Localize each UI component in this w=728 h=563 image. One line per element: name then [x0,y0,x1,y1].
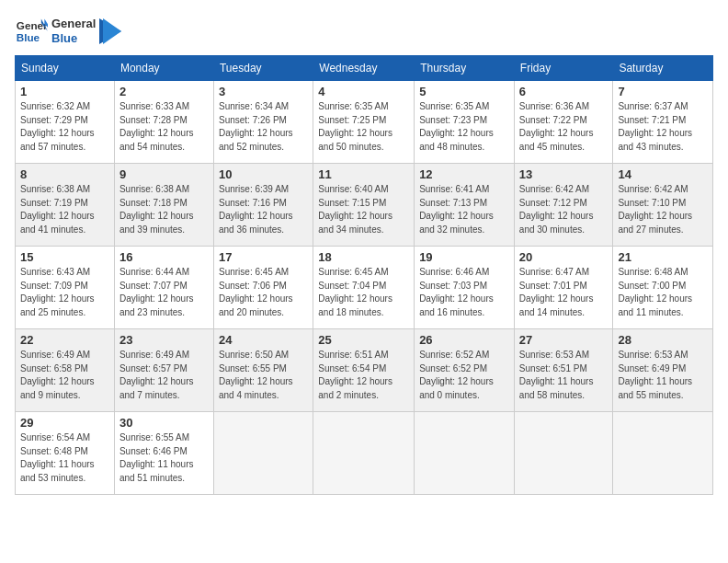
logo-blue: Blue [51,31,96,46]
day-info: Sunrise: 6:44 AMSunset: 7:07 PMDaylight:… [119,266,209,319]
day-number: 13 [519,167,609,181]
column-header-tuesday: Tuesday [213,56,313,81]
day-number: 8 [20,167,109,181]
day-number: 5 [419,85,509,98]
day-info: Sunrise: 6:33 AMSunset: 7:28 PMDaylight:… [119,100,209,154]
day-number: 18 [318,250,409,264]
calendar-cell: 24Sunrise: 6:50 AMSunset: 6:55 PMDayligh… [213,329,313,412]
svg-marker-5 [103,18,121,44]
calendar-cell: 26Sunrise: 6:52 AMSunset: 6:52 PMDayligh… [415,329,515,412]
day-number: 15 [20,250,109,264]
page-header: General Blue General Blue [15,15,713,48]
day-info: Sunrise: 6:40 AMSunset: 7:15 PMDaylight:… [318,183,409,236]
day-number: 29 [20,416,109,430]
day-info: Sunrise: 6:37 AMSunset: 7:21 PMDaylight:… [618,100,708,154]
day-number: 16 [119,250,209,264]
day-info: Sunrise: 6:38 AMSunset: 7:18 PMDaylight:… [119,183,209,236]
logo-arrow-icon [99,18,121,44]
calendar-cell [613,412,713,495]
calendar-cell: 21Sunrise: 6:48 AMSunset: 7:00 PMDayligh… [613,247,713,329]
day-number: 27 [519,333,609,347]
calendar-table: SundayMondayTuesdayWednesdayThursdayFrid… [15,55,713,495]
day-info: Sunrise: 6:38 AMSunset: 7:19 PMDaylight:… [20,183,109,236]
svg-text:Blue: Blue [17,31,40,43]
calendar-row: 22Sunrise: 6:49 AMSunset: 6:58 PMDayligh… [16,329,713,412]
calendar-cell: 18Sunrise: 6:45 AMSunset: 7:04 PMDayligh… [313,247,415,329]
calendar-cell: 4Sunrise: 6:35 AMSunset: 7:25 PMDaylight… [313,81,415,164]
logo: General Blue General Blue [15,15,121,48]
day-number: 3 [219,85,308,98]
calendar-row: 8Sunrise: 6:38 AMSunset: 7:19 PMDaylight… [16,164,713,247]
calendar-row: 29Sunrise: 6:54 AMSunset: 6:48 PMDayligh… [16,412,713,495]
day-info: Sunrise: 6:34 AMSunset: 7:26 PMDaylight:… [219,100,308,154]
day-info: Sunrise: 6:39 AMSunset: 7:16 PMDaylight:… [219,183,308,236]
calendar-cell: 12Sunrise: 6:41 AMSunset: 7:13 PMDayligh… [415,164,515,247]
column-header-saturday: Saturday [613,56,713,81]
calendar-cell: 9Sunrise: 6:38 AMSunset: 7:18 PMDaylight… [114,164,213,247]
day-info: Sunrise: 6:36 AMSunset: 7:22 PMDaylight:… [519,100,609,154]
calendar-cell: 22Sunrise: 6:49 AMSunset: 6:58 PMDayligh… [16,329,115,412]
column-header-wednesday: Wednesday [313,56,415,81]
day-number: 22 [20,333,109,347]
day-info: Sunrise: 6:49 AMSunset: 6:58 PMDaylight:… [20,349,109,402]
calendar-cell: 20Sunrise: 6:47 AMSunset: 7:01 PMDayligh… [514,247,613,329]
calendar-cell: 8Sunrise: 6:38 AMSunset: 7:19 PMDaylight… [16,164,115,247]
calendar-cell: 6Sunrise: 6:36 AMSunset: 7:22 PMDaylight… [514,81,613,164]
day-number: 17 [219,250,308,264]
svg-text:General: General [17,19,48,31]
calendar-cell [415,412,515,495]
day-number: 1 [20,85,109,98]
calendar-cell: 28Sunrise: 6:53 AMSunset: 6:49 PMDayligh… [613,329,713,412]
column-header-thursday: Thursday [415,56,515,81]
day-info: Sunrise: 6:35 AMSunset: 7:23 PMDaylight:… [419,100,509,154]
column-header-monday: Monday [114,56,213,81]
day-info: Sunrise: 6:42 AMSunset: 7:10 PMDaylight:… [618,183,708,236]
calendar-cell: 19Sunrise: 6:46 AMSunset: 7:03 PMDayligh… [415,247,515,329]
calendar-cell [213,412,313,495]
calendar-cell: 27Sunrise: 6:53 AMSunset: 6:51 PMDayligh… [514,329,613,412]
calendar-cell [313,412,415,495]
day-number: 7 [618,85,708,98]
calendar-cell: 23Sunrise: 6:49 AMSunset: 6:57 PMDayligh… [114,329,213,412]
day-info: Sunrise: 6:53 AMSunset: 6:51 PMDaylight:… [519,349,609,402]
day-number: 28 [618,333,708,347]
calendar-cell: 13Sunrise: 6:42 AMSunset: 7:12 PMDayligh… [514,164,613,247]
calendar-cell: 29Sunrise: 6:54 AMSunset: 6:48 PMDayligh… [16,412,115,495]
logo-general: General [51,17,96,31]
day-number: 25 [318,333,409,347]
calendar-cell: 16Sunrise: 6:44 AMSunset: 7:07 PMDayligh… [114,247,213,329]
day-info: Sunrise: 6:32 AMSunset: 7:29 PMDaylight:… [20,100,109,154]
day-number: 30 [119,416,209,430]
day-number: 24 [219,333,308,347]
logo-icon: General Blue [15,15,48,48]
calendar-cell: 7Sunrise: 6:37 AMSunset: 7:21 PMDaylight… [613,81,713,164]
calendar-cell [514,412,613,495]
day-number: 12 [419,167,509,181]
calendar-cell: 1Sunrise: 6:32 AMSunset: 7:29 PMDaylight… [16,81,115,164]
day-info: Sunrise: 6:49 AMSunset: 6:57 PMDaylight:… [119,349,209,402]
day-info: Sunrise: 6:45 AMSunset: 7:04 PMDaylight:… [318,266,409,319]
calendar-cell: 5Sunrise: 6:35 AMSunset: 7:23 PMDaylight… [415,81,515,164]
calendar-cell: 3Sunrise: 6:34 AMSunset: 7:26 PMDaylight… [213,81,313,164]
calendar-cell: 10Sunrise: 6:39 AMSunset: 7:16 PMDayligh… [213,164,313,247]
day-info: Sunrise: 6:48 AMSunset: 7:00 PMDaylight:… [618,266,708,319]
calendar-cell: 11Sunrise: 6:40 AMSunset: 7:15 PMDayligh… [313,164,415,247]
day-info: Sunrise: 6:35 AMSunset: 7:25 PMDaylight:… [318,100,409,154]
day-info: Sunrise: 6:45 AMSunset: 7:06 PMDaylight:… [219,266,308,319]
calendar-cell: 25Sunrise: 6:51 AMSunset: 6:54 PMDayligh… [313,329,415,412]
day-number: 19 [419,250,509,264]
day-info: Sunrise: 6:50 AMSunset: 6:55 PMDaylight:… [219,349,308,402]
calendar-row: 15Sunrise: 6:43 AMSunset: 7:09 PMDayligh… [16,247,713,329]
calendar-cell: 15Sunrise: 6:43 AMSunset: 7:09 PMDayligh… [16,247,115,329]
calendar-cell: 2Sunrise: 6:33 AMSunset: 7:28 PMDaylight… [114,81,213,164]
day-number: 11 [318,167,409,181]
column-header-friday: Friday [514,56,613,81]
calendar-cell: 17Sunrise: 6:45 AMSunset: 7:06 PMDayligh… [213,247,313,329]
calendar-header-row: SundayMondayTuesdayWednesdayThursdayFrid… [16,56,713,81]
calendar-row: 1Sunrise: 6:32 AMSunset: 7:29 PMDaylight… [16,81,713,164]
day-info: Sunrise: 6:54 AMSunset: 6:48 PMDaylight:… [20,431,109,485]
day-number: 14 [618,167,708,181]
day-info: Sunrise: 6:47 AMSunset: 7:01 PMDaylight:… [519,266,609,319]
day-number: 20 [519,250,609,264]
day-info: Sunrise: 6:46 AMSunset: 7:03 PMDaylight:… [419,266,509,319]
